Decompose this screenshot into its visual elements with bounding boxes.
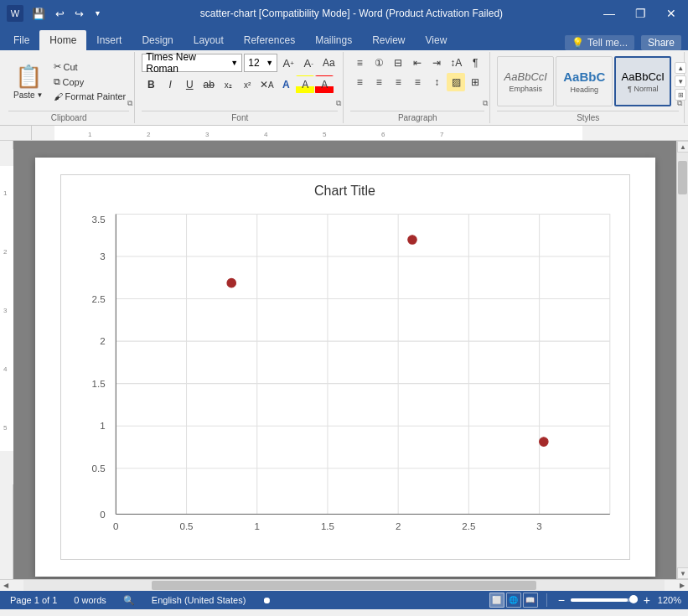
- svg-text:3.5: 3.5: [91, 215, 105, 225]
- bold-button[interactable]: B: [142, 75, 160, 94]
- styles-scroll-up-button[interactable]: ▲: [675, 62, 686, 74]
- show-formatting-button[interactable]: ¶: [466, 54, 484, 72]
- data-point-1: [226, 278, 235, 287]
- zoom-track[interactable]: [571, 598, 638, 602]
- font-size-dropdown[interactable]: 12 ▼: [244, 54, 277, 72]
- ribbon-tab-bar: File Home Insert Design Layout Reference…: [0, 27, 688, 50]
- save-button[interactable]: 💾: [28, 6, 49, 22]
- qat-dropdown-button[interactable]: ▼: [91, 8, 105, 19]
- underline-button[interactable]: U: [180, 75, 199, 94]
- format-painter-button[interactable]: 🖌Format Painter: [50, 90, 130, 103]
- zoom-thumb[interactable]: [629, 595, 638, 603]
- font-name-dropdown[interactable]: Times New Roman ▼: [142, 54, 242, 72]
- align-center-button[interactable]: ≡: [370, 73, 388, 91]
- chart-container: Chart Title: [60, 174, 630, 560]
- tab-file[interactable]: File: [3, 30, 39, 50]
- proofing-icon[interactable]: 🔍: [120, 593, 138, 608]
- align-right-button[interactable]: ≡: [389, 73, 407, 91]
- svg-text:2: 2: [395, 521, 400, 531]
- style-emphasis[interactable]: AaBbCcI Emphasis: [497, 56, 554, 106]
- line-spacing-button[interactable]: ↕: [427, 73, 446, 91]
- web-view-button[interactable]: 🌐: [506, 593, 521, 608]
- macro-recording-button[interactable]: ⏺: [259, 593, 275, 608]
- undo-button[interactable]: ↩: [52, 6, 68, 22]
- ruler-corner: [18, 126, 32, 140]
- style-heading-preview: AaBbC: [563, 70, 605, 84]
- tab-view[interactable]: View: [416, 30, 458, 50]
- svg-text:2.5: 2.5: [91, 294, 105, 304]
- clipboard-expand-icon[interactable]: ⧉: [127, 99, 132, 108]
- decrease-indent-button[interactable]: ⇤: [408, 54, 427, 72]
- h-scroll-right-button[interactable]: ▶: [676, 580, 688, 592]
- share-button[interactable]: Share: [641, 35, 681, 50]
- cut-button[interactable]: ✂Cut: [50, 60, 130, 74]
- strikethrough-button[interactable]: ab: [199, 75, 218, 94]
- h-scroll-track[interactable]: [23, 580, 665, 591]
- document-area[interactable]: Chart Title: [13, 141, 676, 579]
- word-count[interactable]: 0 words: [70, 593, 110, 608]
- sort-button[interactable]: ↕A: [447, 54, 465, 72]
- styles-scroll-down-button[interactable]: ▼: [675, 75, 686, 87]
- paragraph-expand-icon[interactable]: ⧉: [483, 99, 488, 108]
- text-effects-button[interactable]: A: [277, 75, 295, 94]
- paste-button[interactable]: 📋 Paste ▼: [8, 56, 49, 106]
- justify-button[interactable]: ≡: [408, 73, 427, 91]
- close-button[interactable]: ✕: [661, 5, 681, 22]
- minimize-button[interactable]: —: [598, 5, 620, 22]
- grow-font-button[interactable]: A+: [279, 54, 297, 72]
- styles-expand-icon[interactable]: ⧉: [677, 99, 682, 108]
- main-area: 1 2 3 4 5 Chart Title: [0, 141, 688, 579]
- read-view-button[interactable]: 📖: [523, 593, 538, 608]
- scroll-thumb[interactable]: [678, 161, 687, 194]
- svg-text:7: 7: [440, 131, 444, 138]
- page-info[interactable]: Page 1 of 1: [7, 593, 60, 608]
- tab-design[interactable]: Design: [132, 30, 183, 50]
- style-normal[interactable]: AaBbCcI ¶ Normal: [614, 56, 671, 106]
- restore-button[interactable]: ❐: [630, 5, 651, 22]
- font-color-button[interactable]: A: [315, 75, 334, 94]
- tab-mailings[interactable]: Mailings: [305, 30, 362, 50]
- shrink-font-button[interactable]: A-: [299, 54, 318, 72]
- shading-button[interactable]: ▨: [447, 73, 465, 91]
- zoom-slider[interactable]: − +: [556, 594, 653, 606]
- subscript-button[interactable]: x₂: [219, 75, 237, 94]
- zoom-minus-button[interactable]: −: [556, 594, 567, 606]
- style-heading-label: Heading: [570, 85, 598, 94]
- tab-insert[interactable]: Insert: [86, 30, 132, 50]
- increase-indent-button[interactable]: ⇥: [427, 54, 446, 72]
- highlight-button[interactable]: A: [296, 75, 314, 94]
- tab-layout[interactable]: Layout: [184, 30, 234, 50]
- h-scroll-thumb[interactable]: [152, 581, 536, 590]
- bullets-button[interactable]: ≡: [350, 54, 369, 72]
- tell-me-input[interactable]: 💡 Tell me...: [565, 35, 634, 50]
- numbering-button[interactable]: ①: [370, 54, 388, 72]
- zoom-plus-button[interactable]: +: [641, 594, 653, 606]
- status-separator: [546, 593, 547, 607]
- language[interactable]: English (United States): [148, 593, 250, 608]
- tab-references[interactable]: References: [234, 30, 305, 50]
- clipboard-group-label: Clipboard: [8, 111, 129, 123]
- copy-button[interactable]: ⧉Copy: [50, 75, 130, 89]
- italic-button[interactable]: I: [161, 75, 179, 94]
- style-heading[interactable]: AaBbC Heading: [556, 56, 613, 106]
- tab-review[interactable]: Review: [362, 30, 415, 50]
- svg-text:3: 3: [100, 251, 105, 261]
- clear-format-button[interactable]: ✕A: [257, 75, 276, 94]
- change-case-button[interactable]: Aa: [319, 54, 338, 72]
- horizontal-scrollbar[interactable]: ◀ ▶: [0, 579, 688, 591]
- superscript-button[interactable]: x²: [238, 75, 256, 94]
- font-expand-icon[interactable]: ⧉: [336, 99, 341, 108]
- print-view-button[interactable]: ⬜: [489, 593, 504, 608]
- h-scroll-left-button[interactable]: ◀: [0, 580, 12, 592]
- styles-container: AaBbCcI Emphasis AaBbC Heading AaBbCcI ¶…: [497, 56, 671, 106]
- multilevel-button[interactable]: ⊟: [389, 54, 407, 72]
- redo-button[interactable]: ↪: [71, 6, 87, 22]
- data-point-2: [407, 236, 416, 245]
- scroll-down-button[interactable]: ▼: [677, 567, 688, 579]
- align-left-button[interactable]: ≡: [350, 73, 369, 91]
- scroll-track[interactable]: [677, 153, 688, 567]
- vertical-scrollbar[interactable]: ▲ ▼: [676, 141, 688, 579]
- borders-button[interactable]: ⊞: [466, 73, 484, 91]
- scroll-up-button[interactable]: ▲: [677, 141, 688, 153]
- tab-home[interactable]: Home: [39, 30, 86, 50]
